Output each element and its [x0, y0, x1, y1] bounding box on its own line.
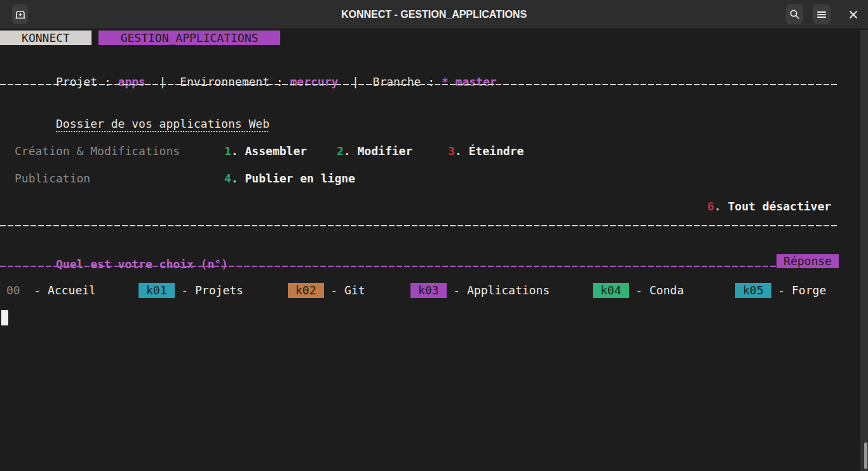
section-title: Dossier de vos applications Web — [56, 117, 269, 130]
shortcut-projets[interactable]: k01 - Projets — [139, 283, 243, 298]
menu-item-tout-desactiver[interactable]: 6. Tout désactiver — [707, 199, 831, 214]
divider: | — [338, 75, 372, 88]
tab-konnect[interactable]: KONNECT — [0, 31, 92, 45]
shortcut-git[interactable]: k02 - Git — [288, 283, 365, 298]
menu-item-dot: . — [714, 200, 728, 213]
status-line: Projet : apps | Environnement : mercury … — [15, 59, 868, 74]
tab-gestion-applications[interactable]: GESTION_APPLICATIONS — [98, 31, 280, 45]
shortcut-separator: - — [447, 283, 468, 297]
shortcut-label: Conda — [649, 283, 684, 297]
project-value: apps — [118, 75, 146, 88]
tui-tab-row: KONNECT GESTION_APPLICATIONS — [0, 31, 860, 46]
shortcut-separator: - — [629, 283, 650, 297]
tab-new-icon — [15, 10, 26, 20]
separator-line — [0, 84, 839, 85]
window-title: KONNECT - GESTION_APPLICATIONS — [254, 0, 614, 29]
menu-item-assembler[interactable]: 1. Assembler — [224, 144, 307, 159]
menu-button[interactable] — [813, 4, 831, 24]
answer-label: Réponse — [776, 254, 839, 268]
section-title-row: Dossier de vos applications Web — [15, 101, 868, 116]
shortcut-label: Applications — [467, 283, 550, 297]
answer-underline — [0, 266, 839, 267]
menu-item-number: 4 — [224, 172, 231, 185]
shortcut-label: Forge — [792, 283, 826, 297]
menu-item-dot: . — [344, 144, 358, 158]
shortcut-label: Projets — [195, 283, 243, 297]
search-icon — [789, 9, 800, 20]
menu-item-dot: . — [231, 172, 245, 185]
shortcut-key-badge: k04 — [593, 283, 629, 298]
menu-group-publication: Publication 4. Publier en ligne — [0, 171, 860, 186]
shortcut-applications[interactable]: k03 - Applications — [410, 283, 550, 298]
menu-item-dot: . — [231, 144, 245, 158]
terminal-cursor[interactable] — [1, 310, 8, 325]
menu-item-label: Publier en ligne — [245, 172, 355, 185]
menu-row-deactivate: 6. Tout désactiver — [0, 199, 860, 214]
prompt-question: Quel est votre choix (n°) — [56, 257, 228, 271]
shortcut-key-badge: k02 — [288, 283, 324, 298]
shortcut-forge[interactable]: k05 - Forge — [735, 283, 826, 298]
shortcut-label: Accueil — [48, 283, 96, 297]
titlebar: KONNECT - GESTION_APPLICATIONS — [0, 0, 868, 29]
menu-item-publier[interactable]: 4. Publier en ligne — [224, 171, 355, 186]
menu-item-label: Assembler — [245, 144, 308, 158]
shortcut-separator: - — [771, 283, 792, 297]
menu-item-number: 1 — [224, 144, 231, 158]
environment-value: mercury — [290, 75, 339, 88]
search-button[interactable] — [786, 4, 803, 24]
shortcut-separator: - — [175, 283, 196, 297]
shortcut-key: 00 — [6, 283, 20, 297]
shortcut-separator: - — [20, 283, 48, 297]
shortcut-separator: - — [324, 283, 345, 297]
group-label-publication: Publication — [15, 171, 90, 186]
divider: | — [146, 75, 180, 88]
close-button[interactable] — [844, 4, 862, 24]
terminal-content: KONNECT GESTION_APPLICATIONS Projet : ap… — [0, 30, 868, 471]
shortcut-accueil[interactable]: 00 - Accueil — [6, 283, 96, 298]
hamburger-menu-icon — [817, 11, 826, 18]
shortcut-label: Git — [344, 283, 365, 297]
prompt-row: Quel est votre choix (n°) — [15, 242, 868, 257]
close-icon — [849, 10, 858, 19]
menu-group-creation: Création & Modifications 1. Assembler 2.… — [0, 144, 860, 159]
menu-item-label: Modifier — [358, 144, 413, 158]
separator-line — [0, 225, 839, 226]
branch-label: Branche : — [373, 75, 442, 88]
group-label-creation: Création & Modifications — [15, 144, 180, 159]
shortcut-conda[interactable]: k04 - Conda — [593, 283, 684, 298]
scrollbar-thumb[interactable] — [864, 442, 867, 469]
shortcut-key-badge: k03 — [410, 283, 447, 298]
menu-item-eteindre[interactable]: 3. Éteindre — [448, 144, 524, 159]
shortcut-key-badge: k05 — [735, 283, 771, 298]
menu-item-number: 6 — [707, 200, 714, 213]
shortcut-key-badge: k01 — [139, 283, 175, 298]
menu-item-modifier[interactable]: 2. Modifier — [337, 144, 412, 159]
branch-value: * master — [442, 75, 497, 88]
project-label: Projet : — [56, 75, 118, 88]
menu-item-label: Éteindre — [469, 144, 524, 158]
new-tab-button[interactable] — [12, 4, 28, 24]
menu-item-number: 2 — [337, 144, 344, 158]
menu-item-dot: . — [455, 144, 469, 158]
terminal-window: KONNECT - GESTION_APPLICATIONS — [0, 0, 868, 471]
menu-item-label: Tout désactiver — [728, 200, 832, 213]
shortcuts-row: 00 - Accueil k01 - Projets k02 - Git k03… — [0, 283, 860, 298]
environment-label: Environnement : — [180, 75, 290, 88]
menu-item-number: 3 — [448, 144, 455, 158]
